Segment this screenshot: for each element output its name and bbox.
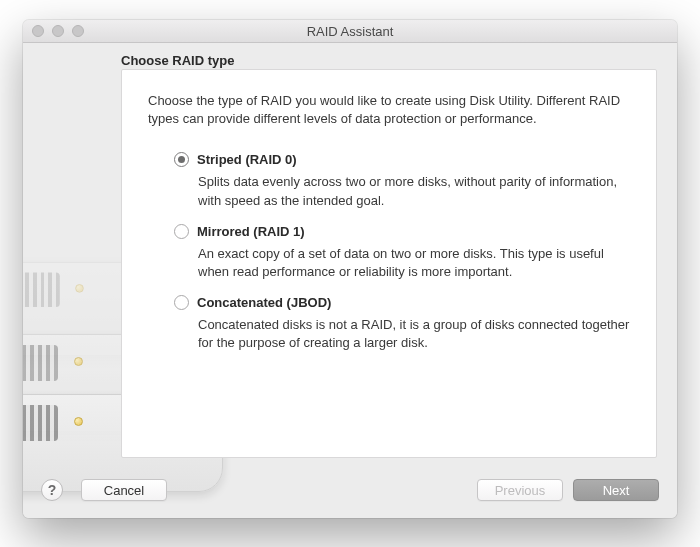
- page-heading: Choose RAID type: [121, 53, 234, 68]
- zoom-icon[interactable]: [72, 25, 84, 37]
- intro-text: Choose the type of RAID you would like t…: [122, 70, 656, 128]
- titlebar: RAID Assistant: [23, 20, 677, 43]
- previous-button: Previous: [477, 479, 563, 501]
- radio-icon[interactable]: [174, 152, 189, 167]
- radio-icon[interactable]: [174, 295, 189, 310]
- raid-options: Striped (RAID 0) Splits data evenly acro…: [122, 128, 656, 352]
- close-icon[interactable]: [32, 25, 44, 37]
- cancel-button[interactable]: Cancel: [81, 479, 167, 501]
- minimize-icon[interactable]: [52, 25, 64, 37]
- content-panel: Choose the type of RAID you would like t…: [121, 69, 657, 458]
- radio-icon[interactable]: [174, 224, 189, 239]
- option-concatenated[interactable]: Concatenated (JBOD) Concatenated disks i…: [174, 295, 638, 352]
- option-label: Mirrored (RAID 1): [197, 224, 305, 239]
- option-label: Striped (RAID 0): [197, 152, 297, 167]
- window-title: RAID Assistant: [23, 24, 677, 39]
- option-description: Concatenated disks is not a RAID, it is …: [198, 316, 638, 352]
- option-label: Concatenated (JBOD): [197, 295, 331, 310]
- footer: ? Cancel Previous Next: [23, 462, 677, 518]
- option-mirrored[interactable]: Mirrored (RAID 1) An exact copy of a set…: [174, 224, 638, 281]
- next-button[interactable]: Next: [573, 479, 659, 501]
- option-description: Splits data evenly across two or more di…: [198, 173, 638, 209]
- window-controls: [32, 25, 84, 37]
- raid-assistant-window: RAID Assistant Choose RAID type Choose t…: [23, 20, 677, 518]
- option-description: An exact copy of a set of data on two or…: [198, 245, 638, 281]
- help-button[interactable]: ?: [41, 479, 63, 501]
- option-striped[interactable]: Striped (RAID 0) Splits data evenly acro…: [174, 152, 638, 209]
- window-body: Choose RAID type Choose the type of RAID…: [23, 43, 677, 518]
